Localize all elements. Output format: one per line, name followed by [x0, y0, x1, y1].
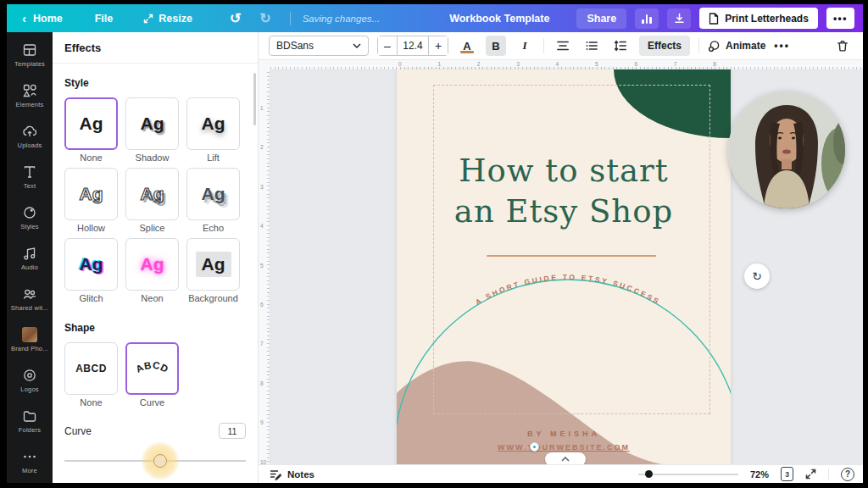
style-card-shadow[interactable]: Ag [125, 97, 179, 150]
effect-sample-text: Ag [80, 114, 103, 134]
style-card-splice[interactable]: Ag [125, 168, 179, 220]
design-page[interactable]: How to start an Etsy Shop A SHORT GUIDE … [397, 69, 731, 464]
curve-slider-handle[interactable] [153, 454, 167, 468]
file-menu-button[interactable]: File [90, 9, 119, 28]
panel-scrollbar[interactable] [253, 73, 256, 125]
style-card-background[interactable]: Ag [186, 238, 240, 291]
curve-value-input[interactable]: 11 [219, 423, 246, 439]
sidebar-item-audio[interactable]: Audio [7, 238, 53, 279]
analytics-button[interactable] [635, 8, 659, 29]
style-option-splice: AgSplice [125, 168, 179, 233]
selection-handle[interactable] [530, 442, 539, 452]
presenter-video-bubble[interactable] [728, 92, 845, 208]
style-card-neon[interactable]: Ag [125, 238, 179, 291]
style-card-none[interactable]: Ag [64, 97, 118, 150]
shape-card-none[interactable]: ABCD [64, 342, 118, 395]
file-label: File [95, 13, 114, 25]
byline-text[interactable]: BY MEISHA [397, 430, 731, 438]
style-option-echo: AgEcho [186, 168, 240, 233]
curved-sample: ABCD [127, 350, 177, 387]
sidebar-item-uploads[interactable]: Uploads [7, 116, 53, 157]
text-color-button[interactable]: A [457, 36, 477, 56]
style-card-label: Shadow [136, 152, 170, 163]
sidebar-item-elements[interactable]: Elements [7, 75, 53, 116]
sidebar-item-styles[interactable]: Styles [7, 197, 53, 238]
font-family-select[interactable]: BDSans [269, 36, 369, 56]
delete-button[interactable] [832, 36, 853, 56]
style-option-neon: AgNeon [125, 238, 179, 303]
effects-panel-title: Effects [53, 32, 258, 64]
shape-card-curve[interactable]: ABCD [125, 342, 179, 395]
style-option-background: AgBackground [186, 238, 240, 303]
zoom-slider-knob[interactable] [645, 470, 653, 478]
canvas-area: 012345678 12345678910 How to start an Et… [259, 60, 863, 464]
top-bar: ‹ Home File Resize ↺ ↻ Saving changes...… [7, 4, 863, 32]
share-button[interactable]: Share [576, 8, 626, 29]
sidebar-item-label: Folders [19, 426, 41, 434]
top-bar-right: Workbook Template Share Print Letterhead… [449, 8, 854, 29]
style-card-lift[interactable]: Ag [186, 97, 240, 150]
chevron-down-icon [353, 43, 361, 48]
curve-slider[interactable] [64, 442, 246, 480]
curved-text-element[interactable]: A SHORT GUIDE TO ETSY SUCCESS [397, 69, 731, 464]
italic-button[interactable]: I [515, 36, 535, 56]
alignment-button[interactable] [553, 36, 573, 56]
sidebar-item-folders[interactable]: Folders [7, 401, 53, 441]
list-button[interactable] [581, 36, 602, 56]
print-label: Print Letterheads [725, 13, 809, 25]
sidebar-item-shared-wit[interactable]: Shared wit... [7, 279, 53, 319]
bold-icon: B [492, 40, 499, 53]
undo-button[interactable]: ↺ [225, 7, 246, 30]
help-button[interactable]: ? [841, 468, 854, 481]
refresh-video-button[interactable]: ↻ [744, 263, 770, 289]
spacing-button[interactable] [610, 36, 631, 56]
font-size-value[interactable]: 12.4 [397, 36, 429, 55]
bold-button[interactable]: B [486, 36, 506, 56]
animate-button[interactable]: Animate [708, 40, 765, 53]
sidebar-item-text[interactable]: Text [7, 157, 53, 197]
style-card-hollow[interactable]: Ag [64, 168, 118, 220]
effect-sample-text: Ag [141, 254, 164, 274]
notes-button[interactable]: Notes [270, 469, 314, 480]
home-button[interactable]: ‹ Home [17, 8, 68, 28]
effects-toolbar-button[interactable]: Effects [639, 36, 690, 56]
status-divider [828, 469, 829, 480]
zoom-slider[interactable] [638, 469, 738, 480]
font-size-decrease-button[interactable]: – [378, 36, 397, 55]
curve-label: Curve [64, 425, 92, 437]
list-icon [585, 39, 598, 53]
collapse-toolbar-button[interactable] [545, 452, 586, 464]
style-options-grid: AgNoneAgShadowAgLiftAgHollowAgSpliceAgEc… [64, 97, 246, 303]
expand-icon [805, 469, 816, 480]
print-letterheads-button[interactable]: Print Letterheads [699, 8, 818, 29]
website-text[interactable]: WWW.YOURWEBSITE.COM [397, 443, 731, 452]
shape-option-curve: ABCDCurve [125, 342, 179, 408]
resize-button[interactable]: Resize [138, 9, 198, 28]
redo-button[interactable]: ↻ [254, 7, 275, 30]
zoom-slider-track [638, 474, 738, 475]
effect-sample-text: Ag [202, 114, 225, 134]
sidebar-item-logos[interactable]: Logos [7, 360, 53, 401]
sidebar-item-more[interactable]: More [7, 441, 53, 482]
fullscreen-button[interactable] [805, 469, 816, 480]
pages-button[interactable]: 3 [781, 467, 793, 481]
sidebar-item-label: More [22, 467, 37, 474]
sidebar-item-templates[interactable]: Templates [7, 35, 53, 75]
animate-label: Animate [726, 40, 765, 52]
style-card-glitch[interactable]: Ag [64, 238, 118, 291]
sidebar-item-label: Brand Pho... [11, 345, 48, 352]
toolbar-more-button[interactable]: ••• [774, 40, 790, 52]
font-family-value: BDSans [276, 40, 314, 52]
document-title[interactable]: Workbook Template [449, 13, 549, 25]
toolbar-divider [698, 38, 699, 53]
v-ruler-number: 3 [260, 184, 264, 190]
minus-icon: – [384, 39, 391, 53]
sidebar-item-brand-pho[interactable]: Brand Pho... [7, 319, 53, 360]
download-button[interactable] [667, 8, 691, 29]
style-card-echo[interactable]: Ag [186, 168, 240, 220]
sidebar-item-label: Shared wit... [11, 304, 48, 312]
analytics-icon [642, 14, 652, 24]
font-size-increase-button[interactable]: + [429, 36, 448, 55]
effect-sample-text: Ag [196, 252, 231, 277]
more-options-button[interactable]: ••• [826, 8, 854, 29]
